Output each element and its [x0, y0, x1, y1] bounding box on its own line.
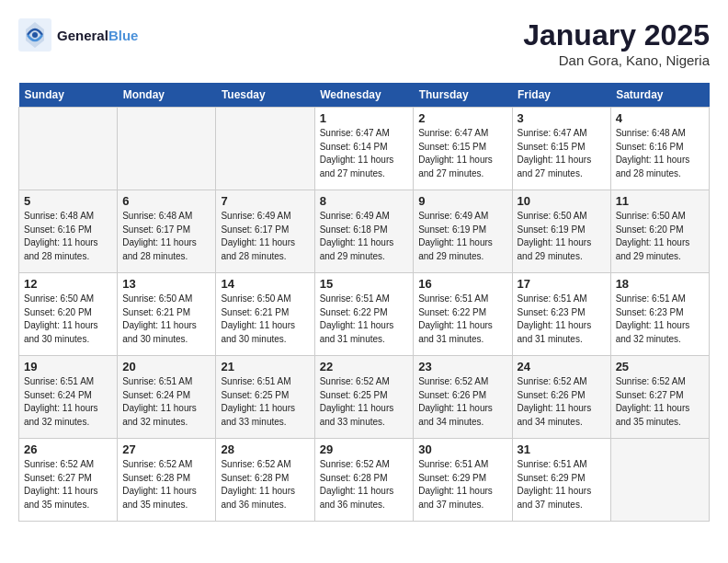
- day-number: 1: [320, 111, 409, 125]
- day-number: 25: [616, 360, 704, 373]
- day-info: Sunrise: 6:51 AM Sunset: 6:24 PM Dayligh…: [24, 375, 112, 429]
- day-info: Sunrise: 6:51 AM Sunset: 6:24 PM Dayligh…: [122, 375, 210, 429]
- day-info: Sunrise: 6:52 AM Sunset: 6:25 PM Dayligh…: [320, 375, 409, 429]
- day-info: Sunrise: 6:49 AM Sunset: 6:17 PM Dayligh…: [221, 210, 309, 263]
- day-number: 3: [518, 111, 606, 125]
- calendar-day-cell: 29Sunrise: 6:52 AM Sunset: 6:28 PM Dayli…: [314, 439, 414, 522]
- calendar-day-cell: 1Sunrise: 6:47 AM Sunset: 6:14 PM Daylig…: [314, 108, 414, 190]
- day-number: 10: [518, 194, 606, 208]
- day-info: Sunrise: 6:50 AM Sunset: 6:19 PM Dayligh…: [518, 210, 606, 263]
- day-number: 31: [518, 442, 606, 456]
- calendar-day-cell: 24Sunrise: 6:52 AM Sunset: 6:26 PM Dayli…: [512, 356, 610, 439]
- day-number: 22: [320, 360, 409, 373]
- day-info: Sunrise: 6:51 AM Sunset: 6:29 PM Dayligh…: [418, 458, 506, 511]
- day-info: Sunrise: 6:52 AM Sunset: 6:27 PM Dayligh…: [616, 375, 704, 429]
- day-info: Sunrise: 6:50 AM Sunset: 6:21 PM Dayligh…: [122, 293, 210, 346]
- day-info: Sunrise: 6:49 AM Sunset: 6:19 PM Dayligh…: [418, 210, 506, 263]
- calendar-day-cell: [118, 108, 216, 190]
- day-info: Sunrise: 6:51 AM Sunset: 6:22 PM Dayligh…: [320, 293, 409, 346]
- calendar-day-cell: 26Sunrise: 6:52 AM Sunset: 6:27 PM Dayli…: [19, 439, 118, 522]
- day-number: 18: [616, 277, 704, 291]
- day-number: 5: [24, 194, 112, 208]
- calendar-day-cell: 23Sunrise: 6:52 AM Sunset: 6:26 PM Dayli…: [414, 356, 512, 439]
- day-number: 23: [418, 360, 506, 373]
- month-title: January 2025: [523, 18, 710, 52]
- weekday-header: Sunday: [19, 83, 118, 108]
- calendar-day-cell: 2Sunrise: 6:47 AM Sunset: 6:15 PM Daylig…: [414, 108, 512, 190]
- calendar-day-cell: 17Sunrise: 6:51 AM Sunset: 6:23 PM Dayli…: [512, 273, 610, 356]
- day-info: Sunrise: 6:52 AM Sunset: 6:27 PM Dayligh…: [24, 458, 112, 511]
- day-number: 15: [320, 277, 409, 291]
- day-number: 29: [320, 442, 409, 456]
- day-number: 8: [320, 194, 409, 208]
- calendar-day-cell: 9Sunrise: 6:49 AM Sunset: 6:19 PM Daylig…: [414, 190, 512, 273]
- day-info: Sunrise: 6:51 AM Sunset: 6:25 PM Dayligh…: [221, 375, 309, 429]
- logo: GeneralBlue: [18, 18, 138, 52]
- svg-point-2: [32, 32, 38, 38]
- day-number: 2: [418, 111, 506, 125]
- page-header: GeneralBlue January 2025 Dan Gora, Kano,…: [18, 18, 710, 68]
- day-number: 11: [616, 194, 704, 208]
- day-number: 12: [24, 277, 112, 291]
- calendar-day-cell: [610, 439, 709, 522]
- calendar-day-cell: 21Sunrise: 6:51 AM Sunset: 6:25 PM Dayli…: [216, 356, 314, 439]
- day-number: 6: [122, 194, 210, 208]
- calendar-day-cell: 22Sunrise: 6:52 AM Sunset: 6:25 PM Dayli…: [314, 356, 414, 439]
- weekday-header: Saturday: [610, 83, 709, 108]
- day-info: Sunrise: 6:51 AM Sunset: 6:22 PM Dayligh…: [418, 293, 506, 346]
- weekday-header: Thursday: [414, 83, 512, 108]
- calendar-day-cell: 20Sunrise: 6:51 AM Sunset: 6:24 PM Dayli…: [118, 356, 216, 439]
- calendar-week-row: 19Sunrise: 6:51 AM Sunset: 6:24 PM Dayli…: [19, 356, 710, 439]
- day-number: 14: [221, 277, 309, 291]
- calendar-day-cell: 11Sunrise: 6:50 AM Sunset: 6:20 PM Dayli…: [610, 190, 709, 273]
- day-info: Sunrise: 6:51 AM Sunset: 6:23 PM Dayligh…: [616, 293, 704, 346]
- location: Dan Gora, Kano, Nigeria: [523, 52, 710, 68]
- logo-icon: [18, 18, 51, 52]
- day-info: Sunrise: 6:47 AM Sunset: 6:15 PM Dayligh…: [518, 127, 606, 180]
- calendar-week-row: 12Sunrise: 6:50 AM Sunset: 6:20 PM Dayli…: [19, 273, 710, 356]
- day-info: Sunrise: 6:49 AM Sunset: 6:18 PM Dayligh…: [320, 210, 409, 263]
- day-number: 16: [418, 277, 506, 291]
- calendar-day-cell: [19, 108, 118, 190]
- day-info: Sunrise: 6:48 AM Sunset: 6:17 PM Dayligh…: [122, 210, 210, 263]
- calendar-day-cell: 13Sunrise: 6:50 AM Sunset: 6:21 PM Dayli…: [118, 273, 216, 356]
- calendar-week-row: 1Sunrise: 6:47 AM Sunset: 6:14 PM Daylig…: [19, 108, 710, 190]
- calendar-week-row: 5Sunrise: 6:48 AM Sunset: 6:16 PM Daylig…: [19, 190, 710, 273]
- day-info: Sunrise: 6:47 AM Sunset: 6:15 PM Dayligh…: [418, 127, 506, 180]
- day-info: Sunrise: 6:52 AM Sunset: 6:26 PM Dayligh…: [518, 375, 606, 429]
- weekday-header: Monday: [118, 83, 216, 108]
- weekday-header: Wednesday: [314, 83, 414, 108]
- day-info: Sunrise: 6:47 AM Sunset: 6:14 PM Dayligh…: [320, 127, 409, 180]
- calendar-day-cell: 16Sunrise: 6:51 AM Sunset: 6:22 PM Dayli…: [414, 273, 512, 356]
- logo-text: GeneralBlue: [57, 28, 138, 43]
- calendar-day-cell: [216, 108, 314, 190]
- calendar-day-cell: 14Sunrise: 6:50 AM Sunset: 6:21 PM Dayli…: [216, 273, 314, 356]
- day-info: Sunrise: 6:50 AM Sunset: 6:20 PM Dayligh…: [24, 293, 112, 346]
- day-info: Sunrise: 6:52 AM Sunset: 6:26 PM Dayligh…: [418, 375, 506, 429]
- calendar-day-cell: 18Sunrise: 6:51 AM Sunset: 6:23 PM Dayli…: [610, 273, 709, 356]
- weekday-header-row: SundayMondayTuesdayWednesdayThursdayFrid…: [19, 83, 710, 108]
- day-info: Sunrise: 6:52 AM Sunset: 6:28 PM Dayligh…: [320, 458, 409, 511]
- day-info: Sunrise: 6:50 AM Sunset: 6:20 PM Dayligh…: [616, 210, 704, 263]
- day-info: Sunrise: 6:48 AM Sunset: 6:16 PM Dayligh…: [616, 127, 704, 180]
- calendar-day-cell: 8Sunrise: 6:49 AM Sunset: 6:18 PM Daylig…: [314, 190, 414, 273]
- day-number: 17: [518, 277, 606, 291]
- calendar-day-cell: 31Sunrise: 6:51 AM Sunset: 6:29 PM Dayli…: [512, 439, 610, 522]
- calendar-day-cell: 6Sunrise: 6:48 AM Sunset: 6:17 PM Daylig…: [118, 190, 216, 273]
- calendar-table: SundayMondayTuesdayWednesdayThursdayFrid…: [18, 83, 710, 522]
- calendar-day-cell: 30Sunrise: 6:51 AM Sunset: 6:29 PM Dayli…: [414, 439, 512, 522]
- calendar-day-cell: 25Sunrise: 6:52 AM Sunset: 6:27 PM Dayli…: [610, 356, 709, 439]
- calendar-day-cell: 19Sunrise: 6:51 AM Sunset: 6:24 PM Dayli…: [19, 356, 118, 439]
- day-number: 21: [221, 360, 309, 373]
- calendar-day-cell: 4Sunrise: 6:48 AM Sunset: 6:16 PM Daylig…: [610, 108, 709, 190]
- weekday-header: Friday: [512, 83, 610, 108]
- calendar-day-cell: 12Sunrise: 6:50 AM Sunset: 6:20 PM Dayli…: [19, 273, 118, 356]
- day-number: 28: [221, 442, 309, 456]
- day-number: 19: [24, 360, 112, 373]
- calendar-day-cell: 15Sunrise: 6:51 AM Sunset: 6:22 PM Dayli…: [314, 273, 414, 356]
- day-number: 13: [122, 277, 210, 291]
- day-info: Sunrise: 6:52 AM Sunset: 6:28 PM Dayligh…: [221, 458, 309, 511]
- weekday-header: Tuesday: [216, 83, 314, 108]
- day-number: 7: [221, 194, 309, 208]
- day-info: Sunrise: 6:51 AM Sunset: 6:23 PM Dayligh…: [518, 293, 606, 346]
